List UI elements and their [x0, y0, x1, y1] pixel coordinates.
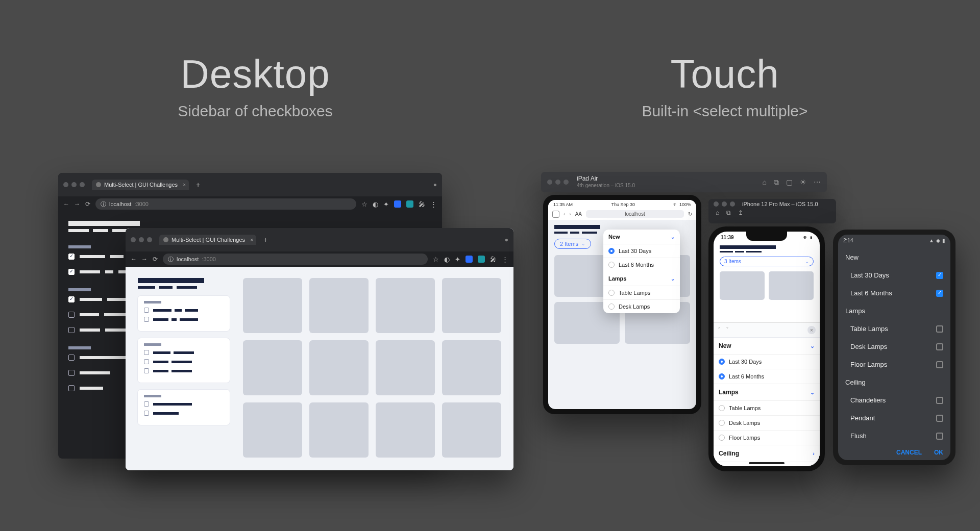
product-tile[interactable]: [769, 271, 814, 300]
select-option[interactable]: Pendant: [838, 409, 950, 427]
menu-icon[interactable]: ⋮: [502, 256, 508, 263]
mic-icon[interactable]: 🎤︎: [490, 256, 497, 263]
nav-back-icon[interactable]: ←: [63, 200, 69, 208]
product-tile[interactable]: [442, 278, 501, 333]
checkbox-icon[interactable]: [936, 415, 943, 422]
nav-forward-icon[interactable]: →: [141, 256, 147, 263]
option-group-header[interactable]: Lamps⌄: [714, 384, 820, 401]
half-moon-icon[interactable]: ◐: [373, 200, 378, 208]
extension-icon[interactable]: [406, 200, 413, 208]
product-tile[interactable]: [376, 340, 435, 395]
checkbox-icon[interactable]: [144, 401, 149, 407]
prev-field-icon[interactable]: ˄: [718, 326, 721, 334]
star-icon[interactable]: ☆: [433, 256, 439, 263]
extensions-icon[interactable]: ✦: [455, 256, 460, 263]
checkbox-row[interactable]: [144, 359, 224, 364]
select-option[interactable]: Table Lamps: [714, 401, 820, 416]
next-field-icon[interactable]: ˅: [726, 326, 729, 334]
extension-icon[interactable]: [478, 256, 485, 263]
checkbox-icon[interactable]: [936, 433, 943, 440]
address-bar[interactable]: ⓘ localhost:3000: [163, 254, 428, 265]
product-tile[interactable]: [243, 340, 302, 395]
filter-summary-pill[interactable]: 3 Items ⌄: [720, 257, 814, 266]
rotate-icon[interactable]: ▢: [786, 178, 793, 187]
select-option[interactable]: Last 30 Days: [603, 244, 680, 258]
mic-icon[interactable]: 🎤︎: [419, 200, 425, 208]
nav-back-icon[interactable]: ←: [131, 256, 136, 263]
option-group-header[interactable]: Lamps⌄: [603, 271, 680, 286]
close-tab-icon[interactable]: ×: [183, 182, 186, 188]
checkbox-icon[interactable]: [936, 325, 943, 333]
product-tile[interactable]: [442, 402, 501, 458]
url-field[interactable]: localhost: [586, 210, 684, 218]
window-controls[interactable]: [714, 201, 735, 207]
select-option[interactable]: Last 6 Months: [714, 369, 820, 384]
checkbox-icon[interactable]: [936, 361, 943, 368]
checkbox-icon[interactable]: [68, 355, 75, 361]
product-tile[interactable]: [309, 340, 369, 395]
window-controls[interactable]: [547, 180, 569, 185]
select-option[interactable]: Chandeliers: [838, 391, 950, 409]
select-option[interactable]: Desk Lamps: [838, 338, 950, 356]
option-group-header[interactable]: New⌄: [603, 230, 680, 244]
extension-icon[interactable]: [465, 256, 473, 263]
checkbox-icon[interactable]: [68, 312, 75, 318]
select-option[interactable]: Desk Lamps: [603, 299, 680, 313]
site-info-icon[interactable]: ⓘ: [168, 256, 174, 263]
checkbox-icon[interactable]: [68, 254, 75, 260]
checkbox-icon[interactable]: [936, 290, 943, 297]
extensions-icon[interactable]: ✦: [383, 200, 389, 208]
nav-forward-icon[interactable]: →: [74, 200, 80, 208]
option-group-header[interactable]: New⌄: [714, 338, 820, 355]
home-icon[interactable]: ⌂: [716, 209, 719, 216]
appearance-icon[interactable]: ☀: [800, 178, 806, 187]
product-tile[interactable]: [442, 340, 501, 395]
home-icon[interactable]: ⌂: [763, 178, 767, 187]
checkbox-icon[interactable]: [68, 269, 75, 275]
star-icon[interactable]: ☆: [361, 200, 368, 208]
option-group-header[interactable]: Ceiling›: [714, 445, 820, 462]
screenshot-icon[interactable]: ⧉: [726, 209, 731, 216]
checkbox-icon[interactable]: [144, 308, 149, 313]
checkbox-icon[interactable]: [144, 350, 149, 355]
select-option[interactable]: Last 30 Days: [838, 266, 950, 284]
select-option[interactable]: Flush: [838, 427, 950, 445]
nav-reload-icon[interactable]: ⟳: [152, 256, 158, 263]
filter-summary-pill[interactable]: 2 Items ⌄: [554, 239, 591, 249]
aa-icon[interactable]: AA: [575, 211, 582, 217]
checkbox-row[interactable]: [144, 308, 224, 313]
window-controls[interactable]: [131, 237, 152, 242]
new-tab-button[interactable]: +: [196, 181, 200, 189]
sidebar-icon[interactable]: [552, 211, 559, 218]
select-option[interactable]: Table Lamps: [603, 286, 680, 299]
product-tile[interactable]: [243, 278, 302, 333]
address-bar[interactable]: ⓘ localhost:3000: [95, 198, 356, 210]
select-option[interactable]: Table Lamps: [838, 320, 950, 338]
product-tile[interactable]: [243, 402, 302, 458]
checkbox-icon[interactable]: [936, 272, 943, 279]
menu-icon[interactable]: ⋮: [430, 200, 437, 208]
checkbox-icon[interactable]: [68, 327, 75, 333]
product-tile[interactable]: [720, 271, 765, 300]
rotate-icon[interactable]: ↥: [738, 209, 743, 216]
nav-reload-icon[interactable]: ⟳: [85, 200, 90, 208]
checkbox-icon[interactable]: [68, 385, 75, 391]
checkbox-icon[interactable]: [68, 370, 75, 376]
product-tile[interactable]: [309, 278, 369, 333]
close-tab-icon[interactable]: ×: [250, 237, 253, 243]
select-option[interactable]: Floor Lamps: [838, 356, 950, 373]
checkbox-icon[interactable]: [144, 317, 149, 322]
browser-tab[interactable]: Multi-Select | GUI Challenges ×: [92, 180, 189, 190]
new-tab-button[interactable]: +: [263, 236, 267, 244]
screenshot-icon[interactable]: ⧉: [774, 178, 779, 187]
checkbox-icon[interactable]: [936, 397, 943, 404]
home-indicator[interactable]: [749, 462, 785, 464]
product-tile[interactable]: [309, 402, 369, 458]
browser-tab[interactable]: Multi-Select | GUI Challenges ×: [159, 235, 256, 245]
select-option[interactable]: Desk Lamps: [714, 416, 820, 431]
extension-icon[interactable]: [394, 200, 401, 208]
checkbox-row[interactable]: [144, 317, 224, 322]
checkbox-icon[interactable]: [144, 411, 149, 416]
more-icon[interactable]: ⋯: [814, 178, 821, 187]
ok-button[interactable]: OK: [934, 449, 943, 456]
